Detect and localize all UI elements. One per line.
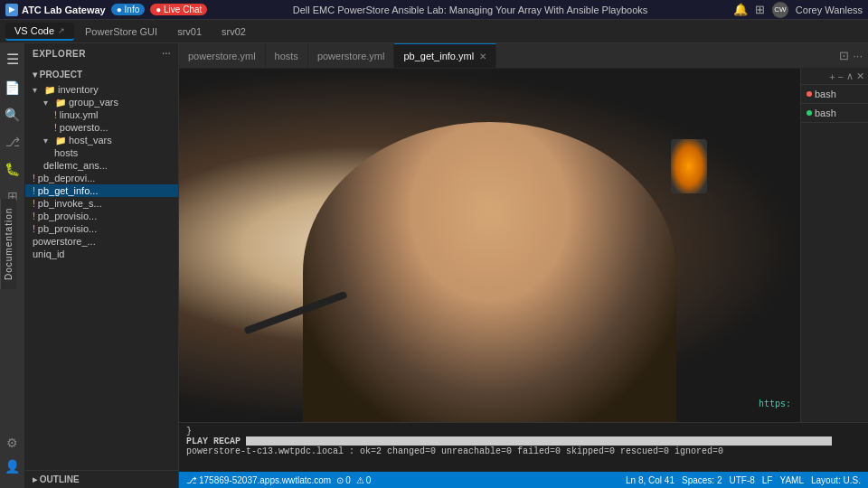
git-icon[interactable]: ⎇ [5,135,20,149]
tree-item-pb-get-info[interactable]: ! pb_get_info... [25,184,178,197]
encoding[interactable]: UTF-8 [729,475,754,485]
expand-arrow: ▾ [43,98,52,108]
tree-item-pb-invoke[interactable]: ! pb_invoke_s... [25,197,178,210]
folder-icon: 📁 [55,98,66,108]
error-icon: ⊙ [336,475,344,485]
tree-label: pb_invoke_s... [38,198,102,209]
tab-close-icon[interactable]: ✕ [479,52,486,61]
tree-item-pb-provisio-2[interactable]: ! pb_provisio... [25,222,178,235]
nav-tab-powerstore-label: PowerStore GUI [85,26,157,37]
error-count[interactable]: ⊙ 0 [336,475,351,485]
outline-section[interactable]: ▸ OUTLINE [25,470,178,488]
tab-hosts[interactable]: hosts [266,43,308,68]
debug-icon[interactable]: 🐛 [5,162,20,176]
avatar[interactable]: CW [772,2,788,18]
indentation-text: Spaces: 2 [682,475,722,485]
info-badge[interactable]: ● Info [111,4,146,15]
encoding-text: UTF-8 [729,475,754,485]
tree-label: pb_get_info... [38,185,99,196]
explorer-menu[interactable]: ··· [162,49,171,59]
menu-icon[interactable]: ☰ [6,51,19,68]
folder-icon: 📁 [55,136,66,145]
git-branch-status[interactable]: ⎇ 175869-52037.apps.wwtlatc.com [186,475,331,485]
nav-tab-powerstore-gui[interactable]: PowerStore GUI [76,23,166,40]
content-area: https: + − ∧ ✕ bash bash [179,69,868,422]
split-editor-icon[interactable]: ⊡ [839,49,849,62]
account-icon[interactable]: 👤 [5,459,20,474]
terminal-line-recap: PLAY RECAP █████████████████████████████… [186,436,861,446]
language-text: YAML [779,475,804,485]
tree-item-hosts[interactable]: hosts [25,146,178,159]
tree-label: group_vars [69,97,118,108]
close-panel-icon[interactable]: ✕ [856,70,864,82]
expand-arrow: ▾ [43,136,52,145]
tree-label: pb_provisio... [38,211,97,221]
error-text: 0 [345,475,351,485]
tree-label: pb_deprovi... [38,173,96,183]
file-icon: ! [33,211,35,221]
search-icon[interactable]: 🔍 [5,108,20,122]
bell-icon[interactable]: 🔔 [733,3,748,16]
file-icon: ! [33,186,35,196]
terminal-status-dot [807,110,812,116]
tab-label: powerstore.yml [317,51,385,61]
documentation-label[interactable]: Documentation [0,199,16,289]
right-terminal-panel: + − ∧ ✕ bash bash [800,69,868,422]
header-right: 🔔 ⊞ CW Corey Wanless [733,2,863,18]
apps-icon[interactable]: ⊞ [755,3,765,16]
indentation[interactable]: Spaces: 2 [682,475,722,485]
tree-item-linux-yml[interactable]: ! linux.yml [25,108,178,121]
terminal-text: powerstore-t-c13.wwtpdc.local : ok=2 cha… [186,446,723,456]
remove-terminal-icon[interactable]: − [838,71,844,82]
file-icon: ! [33,199,35,209]
terminal-tab-label: bash [815,108,836,118]
tree-item-host-vars[interactable]: ▾ 📁 host_vars [25,134,178,146]
tree-item-pb-provisio-1[interactable]: ! pb_provisio... [25,210,178,222]
nav-tab-vscode[interactable]: VS Code ↗ [5,23,74,41]
maximize-panel-icon[interactable]: ∧ [846,70,854,82]
tab-powerstore-yml-2[interactable]: powerstore.yml [308,43,395,68]
explorer-icon[interactable]: 📄 [5,80,20,95]
line-ending-text: LF [762,475,773,485]
terminal-line-result: powerstore-t-c13.wwtpdc.local : ok=2 cha… [186,446,861,456]
tree-item-pb-deprovisi[interactable]: ! pb_deprovi... [25,172,178,184]
language-mode[interactable]: YAML [779,475,804,485]
layout[interactable]: Layout: U.S. [811,475,861,485]
video-panel: https: [179,69,800,422]
terminal-line-1: } [186,427,861,436]
cursor-position[interactable]: Ln 8, Col 41 [626,475,675,485]
terminal-tab-bash-1[interactable]: bash [801,85,868,104]
logo-icon: ▶ [5,4,18,16]
tree-item-dellemc[interactable]: dellemc_ans... [25,159,178,172]
tree-item-group-vars[interactable]: ▾ 📁 group_vars [25,96,178,108]
warning-count[interactable]: ⚠ 0 [356,475,372,485]
external-icon: ↗ [58,26,65,35]
expand-arrow: ▾ [33,85,42,95]
logo-area: ▶ ATC Lab Gateway [5,4,106,16]
add-terminal-icon[interactable]: + [829,71,835,82]
tab-label: pb_get_info.yml [403,51,474,61]
tree-item-powerstore-yml-1[interactable]: ! powersto... [25,121,178,134]
file-tree: ▾ 📁 inventory ▾ 📁 group_vars ! linux.yml… [25,81,178,262]
tree-item-uniq-id[interactable]: uniq_id [25,248,178,260]
settings-icon[interactable]: ⚙ [6,436,18,450]
tree-label: dellemc_ans... [43,160,108,171]
warning-text: 0 [366,475,372,485]
nav-tab-srv02[interactable]: srv02 [212,23,255,40]
tree-item-inventory[interactable]: ▾ 📁 inventory [25,83,178,96]
right-panel-header: + − ∧ ✕ [801,69,868,85]
line-ending[interactable]: LF [762,475,773,485]
status-bar: ⎇ 175869-52037.apps.wwtlatc.com ⊙ 0 ⚠ 0 … [179,472,868,488]
terminal-tab-bash-2[interactable]: bash [801,104,868,123]
editor-tab-actions: ⊡ ··· [834,49,868,62]
tab-pb-get-info[interactable]: pb_get_info.yml ✕ [394,43,496,68]
tree-item-powerstore-file[interactable]: powerstore_... [25,235,178,248]
main-area: ☰ 📄 🔍 ⎇ 🐛 ⊞ ⚙ 👤 EXPLORER ··· ▾ PROJECT ▾… [0,43,868,488]
nav-tab-srv01[interactable]: srv01 [168,23,211,40]
tab-powerstore-yml[interactable]: powerstore.yml [179,43,266,68]
tree-label: pb_provisio... [38,223,97,234]
live-badge[interactable]: ● Live Chat [150,4,207,15]
file-icon: ! [54,123,57,133]
terminal-status-dot [807,91,812,97]
more-tabs-icon[interactable]: ··· [853,49,863,62]
